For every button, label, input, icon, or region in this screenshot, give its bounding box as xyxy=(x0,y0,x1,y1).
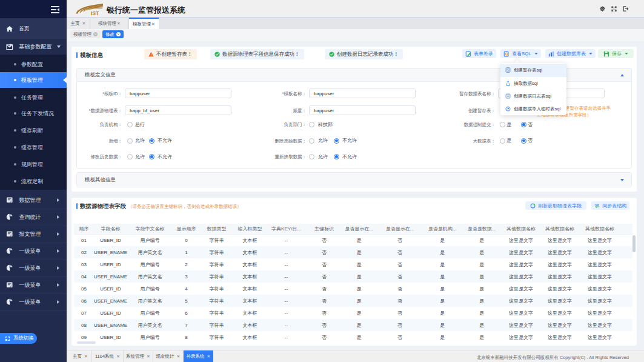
svg-text:IST: IST xyxy=(91,10,99,16)
